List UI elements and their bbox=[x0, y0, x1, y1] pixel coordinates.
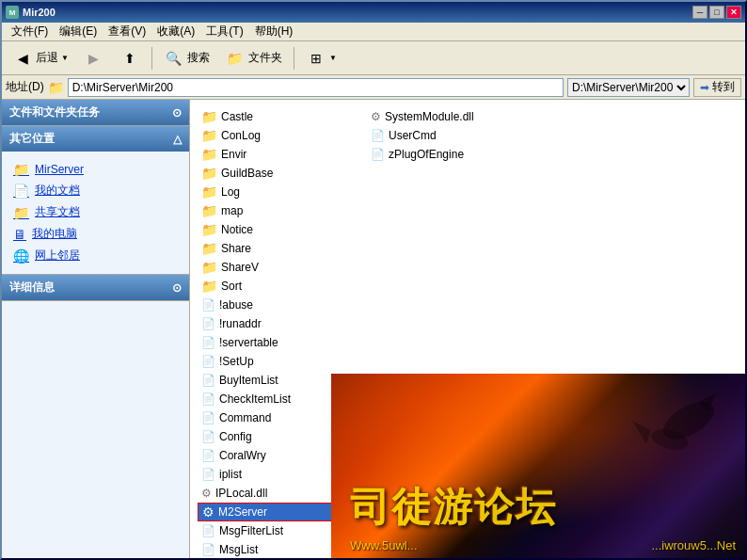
menu-edit[interactable]: 编辑(E) bbox=[54, 22, 103, 41]
file-tasks-label: 文件和文件夹任务 bbox=[9, 104, 100, 120]
doc-icon: 📄 bbox=[201, 355, 215, 368]
address-label: 地址(D) bbox=[6, 79, 44, 95]
file-setup-label: !SetUp bbox=[219, 355, 254, 368]
file-iplist[interactable]: 📄 iplist bbox=[198, 465, 348, 484]
main-area: 文件和文件夹任务 ⊙ 其它位置 △ 📁 MirServer 📄 bbox=[2, 100, 745, 560]
go-arrow-icon: ➡ bbox=[700, 81, 709, 94]
close-button[interactable]: ✕ bbox=[726, 6, 741, 19]
folder-log[interactable]: 📁 Log bbox=[198, 183, 348, 201]
folder-envir-label: Envir bbox=[221, 148, 246, 161]
sidebar-item-mypc-label: 我的电脑 bbox=[32, 226, 77, 242]
file-command[interactable]: 📄 Command bbox=[198, 408, 348, 427]
doc-icon: 📄 bbox=[371, 148, 385, 161]
menu-favorites[interactable]: 收藏(A) bbox=[151, 22, 200, 41]
view-button[interactable]: ⊞ ▼ bbox=[299, 45, 343, 72]
menu-tools[interactable]: 工具(T) bbox=[200, 22, 248, 41]
minimize-button[interactable]: ─ bbox=[692, 6, 707, 19]
folder-castle-label: Castle bbox=[221, 110, 253, 123]
computer-icon: 🖥 bbox=[13, 227, 26, 242]
folder-icon: 📁 bbox=[201, 241, 217, 256]
file-buyitemlist[interactable]: 📄 BuyItemList bbox=[198, 371, 348, 390]
file-tasks-header[interactable]: 文件和文件夹任务 ⊙ bbox=[2, 100, 189, 125]
file-usercmd-label: UserCmd bbox=[389, 129, 437, 142]
network-icon: 🌐 bbox=[13, 248, 29, 264]
folder-icon: 📁 bbox=[201, 184, 217, 200]
file-config[interactable]: 📄 Config bbox=[198, 427, 348, 446]
file-servertable[interactable]: 📄 !servertable bbox=[198, 333, 348, 352]
address-folder-icon: 📁 bbox=[48, 80, 64, 95]
folder-icon: 📁 bbox=[225, 48, 246, 69]
file-iplocal[interactable]: ⚙ IPLocal.dll bbox=[198, 484, 348, 503]
m2server-icon: ⚙ bbox=[202, 504, 215, 520]
file-m2server[interactable]: ⚙ M2Server bbox=[198, 503, 348, 521]
menu-help[interactable]: 帮助(H) bbox=[249, 22, 299, 41]
sidebar-item-network[interactable]: 🌐 网上邻居 bbox=[9, 245, 182, 266]
folder-notice[interactable]: 📁 Notice bbox=[198, 220, 348, 239]
details-header[interactable]: 详细信息 ⊙ bbox=[2, 275, 189, 300]
folder-envir[interactable]: 📁 Envir bbox=[198, 145, 348, 164]
file-sysmodule[interactable]: ⚙ SystemModule.dll bbox=[367, 107, 517, 126]
file-zplugofengine[interactable]: 📄 zPlugOfEngine bbox=[367, 145, 517, 164]
sidebar-item-mirserver[interactable]: 📁 MirServer bbox=[9, 159, 182, 180]
file-column-right: ⚙ SystemModule.dll 📄 UserCmd 📄 zPlugOfEn… bbox=[367, 107, 517, 560]
other-places-collapse-icon: △ bbox=[173, 133, 182, 146]
other-places-header[interactable]: 其它位置 △ bbox=[2, 126, 189, 152]
folder-icon: 📁 bbox=[13, 162, 29, 177]
file-coralwry[interactable]: 📄 CoralWry bbox=[198, 446, 348, 465]
sidebar-item-mydocs[interactable]: 📄 我的文档 bbox=[9, 180, 182, 201]
forward-button[interactable]: ▶ bbox=[77, 45, 111, 72]
doc-icon: 📄 bbox=[201, 336, 215, 349]
sidebar-item-shared[interactable]: 📁 共享文档 bbox=[9, 201, 182, 223]
folder-share[interactable]: 📁 Share bbox=[198, 239, 348, 258]
folder-castle[interactable]: 📁 Castle bbox=[198, 107, 348, 126]
file-runaddr-label: !runaddr bbox=[219, 317, 262, 330]
file-iplocal-label: IPLocal.dll bbox=[215, 487, 267, 500]
go-button[interactable]: ➡ 转到 bbox=[693, 78, 741, 97]
file-runaddr[interactable]: 📄 !runaddr bbox=[198, 314, 348, 333]
file-checkitemlist[interactable]: 📄 CheckItemList bbox=[198, 390, 348, 408]
maximize-button[interactable]: □ bbox=[709, 6, 724, 19]
up-button[interactable]: ⬆ bbox=[113, 45, 147, 72]
forward-icon: ▶ bbox=[84, 48, 104, 69]
folder-icon: 📁 bbox=[201, 128, 217, 143]
back-button[interactable]: ◀ 后退 ▼ bbox=[6, 45, 75, 72]
file-abuse[interactable]: 📄 !abuse bbox=[198, 296, 348, 314]
folder-icon: 📁 bbox=[201, 279, 217, 294]
folder-sharev[interactable]: 📁 ShareV bbox=[198, 258, 348, 277]
folder-map[interactable]: 📁 map bbox=[198, 201, 348, 220]
file-setup[interactable]: 📄 !SetUp bbox=[198, 352, 348, 371]
other-places-label: 其它位置 bbox=[9, 131, 55, 147]
sidebar-item-mypc[interactable]: 🖥 我的电脑 bbox=[9, 223, 182, 245]
file-area[interactable]: 📁 Castle 📁 ConLog 📁 Envir 📁 GuildBase bbox=[190, 100, 745, 560]
folder-conlog[interactable]: 📁 ConLog bbox=[198, 126, 348, 145]
up-icon: ⬆ bbox=[119, 48, 140, 69]
window-title: Mir200 bbox=[23, 7, 56, 18]
search-icon: 🔍 bbox=[164, 48, 184, 69]
title-bar-buttons: ─ □ ✕ bbox=[692, 6, 741, 19]
file-msgfilterlist[interactable]: 📄 MsgFilterList bbox=[198, 521, 348, 540]
file-usercmd[interactable]: 📄 UserCmd bbox=[367, 126, 517, 145]
details-collapse-icon: ⊙ bbox=[172, 281, 182, 295]
back-dropdown-icon[interactable]: ▼ bbox=[61, 54, 69, 62]
menu-view[interactable]: 查看(V) bbox=[103, 22, 151, 41]
folder-log-label: Log bbox=[221, 185, 240, 199]
folder-sort[interactable]: 📁 Sort bbox=[198, 277, 348, 296]
folder-guildbase[interactable]: 📁 GuildBase bbox=[198, 164, 348, 183]
folder-label: 文件夹 bbox=[248, 50, 282, 66]
doc-icon: 📄 bbox=[201, 392, 215, 406]
folder-button[interactable]: 📁 文件夹 bbox=[218, 45, 289, 72]
folder-icon: 📁 bbox=[201, 222, 217, 237]
other-places-content: 📁 MirServer 📄 我的文档 📁 共享文档 🖥 我的电脑 bbox=[2, 152, 189, 274]
menu-file[interactable]: 文件(F) bbox=[6, 22, 54, 41]
title-bar: M Mir200 ─ □ ✕ bbox=[2, 2, 745, 23]
view-dropdown-icon: ▼ bbox=[329, 54, 337, 62]
search-button[interactable]: 🔍 搜索 bbox=[157, 45, 216, 72]
file-msglist[interactable]: 📄 MsgList bbox=[198, 540, 348, 559]
doc-icon: 📄 bbox=[201, 449, 215, 462]
address-dropdown[interactable]: D:\MirServer\Mir200 bbox=[567, 78, 690, 97]
my-docs-icon: 📄 bbox=[13, 184, 29, 199]
doc-icon: 📄 bbox=[201, 430, 215, 443]
dll-icon: ⚙ bbox=[371, 110, 381, 123]
address-input[interactable] bbox=[68, 78, 564, 97]
folder-icon: 📁 bbox=[201, 260, 217, 275]
